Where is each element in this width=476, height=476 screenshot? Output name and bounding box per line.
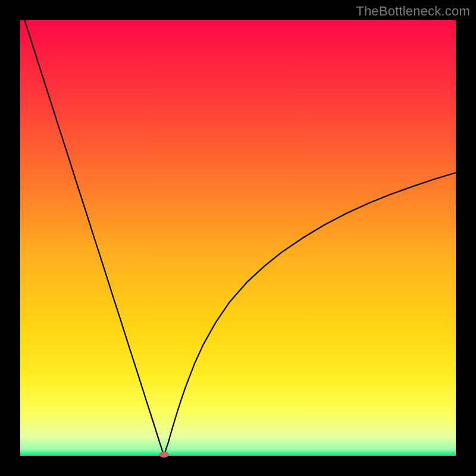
watermark-text: TheBottleneck.com	[356, 4, 470, 19]
bottleneck-marker	[159, 452, 169, 458]
plot-area	[20, 20, 456, 456]
bottleneck-curve	[24, 20, 456, 456]
bottleneck-curve-svg	[20, 20, 456, 456]
chart-frame: TheBottleneck.com	[0, 0, 476, 476]
